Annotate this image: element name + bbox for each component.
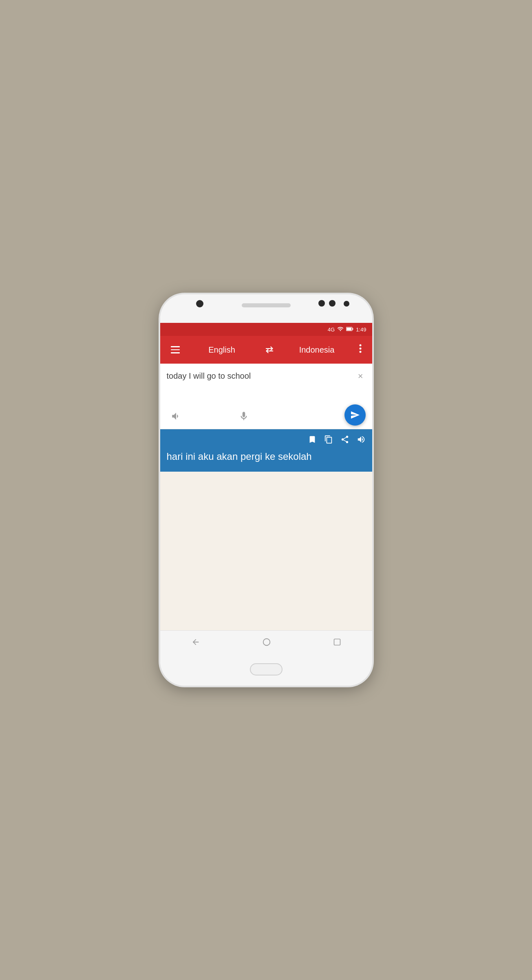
translate-button[interactable]	[344, 404, 366, 426]
microphone-button[interactable]	[234, 408, 253, 424]
sensor-dot-3	[344, 301, 349, 307]
speak-input-button[interactable]	[167, 408, 185, 424]
back-button[interactable]	[183, 634, 208, 650]
input-spacer	[167, 382, 366, 407]
input-area: today I will go to school ×	[160, 364, 372, 429]
signal-icon	[337, 326, 344, 333]
language-to[interactable]: Indonesia	[279, 345, 355, 355]
input-row: today I will go to school ×	[167, 370, 366, 382]
result-actions	[167, 435, 366, 444]
top-sensors	[318, 300, 336, 307]
recents-button[interactable]	[325, 635, 349, 649]
svg-point-6	[263, 638, 270, 645]
input-actions	[167, 407, 366, 426]
time-display: 1:49	[356, 327, 366, 333]
svg-point-4	[359, 348, 361, 350]
menu-line-3	[171, 352, 180, 353]
sensor-dot-2	[329, 300, 336, 307]
svg-rect-2	[353, 328, 353, 330]
language-from[interactable]: English	[184, 345, 260, 355]
bottom-bezel	[160, 653, 372, 686]
menu-line-1	[171, 346, 180, 347]
lower-area	[160, 472, 372, 630]
bottom-nav	[160, 630, 372, 653]
physical-home-button[interactable]	[250, 663, 283, 675]
signal-label: 4G	[328, 327, 335, 333]
svg-point-5	[359, 351, 361, 353]
share-button[interactable]	[340, 435, 349, 444]
menu-button[interactable]	[167, 342, 184, 358]
svg-point-3	[359, 344, 361, 347]
copy-button[interactable]	[324, 435, 333, 444]
svg-rect-7	[334, 639, 340, 645]
status-bar: 4G 1:49	[160, 323, 372, 336]
speak-translation-button[interactable]	[357, 435, 366, 444]
swap-languages-button[interactable]	[260, 343, 279, 356]
battery-icon	[346, 326, 353, 333]
phone-frame: 4G 1:49 English	[160, 294, 372, 686]
home-button-nav[interactable]	[254, 634, 279, 650]
input-text[interactable]: today I will go to school	[167, 370, 355, 382]
svg-rect-1	[347, 327, 351, 330]
speaker	[242, 303, 291, 307]
result-area: hari ini aku akan pergi ke sekolah	[160, 429, 372, 472]
camera	[196, 300, 203, 307]
clear-button[interactable]: ×	[355, 370, 366, 382]
more-options-button[interactable]	[355, 340, 366, 360]
bookmark-button[interactable]	[308, 435, 317, 444]
screen: 4G 1:49 English	[160, 323, 372, 653]
sensor-dot-1	[318, 300, 325, 307]
translated-text: hari ini aku akan pergi ke sekolah	[167, 450, 366, 464]
menu-line-2	[171, 349, 180, 351]
app-bar: English Indonesia	[160, 336, 372, 364]
top-bezel	[160, 294, 372, 323]
